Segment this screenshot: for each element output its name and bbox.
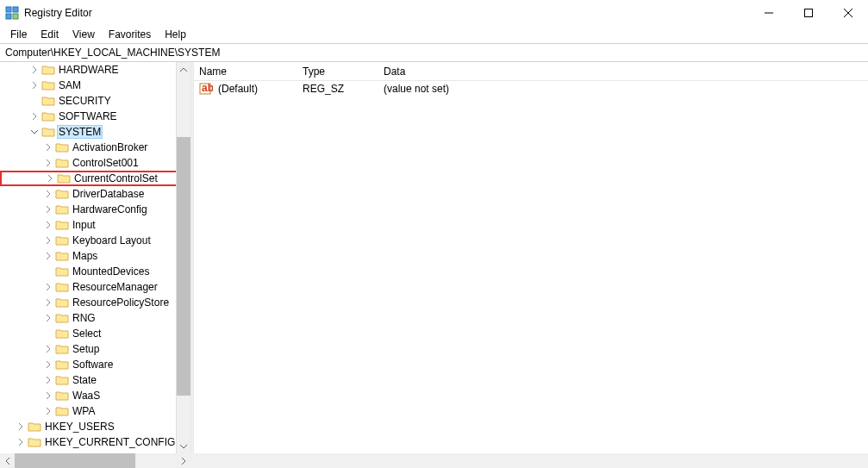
scroll-thumb[interactable] bbox=[15, 453, 135, 468]
column-header-name[interactable]: Name bbox=[194, 62, 297, 80]
menubar: File Edit View Favorites Help bbox=[0, 26, 868, 43]
chevron-right-icon[interactable] bbox=[14, 435, 28, 449]
folder-icon bbox=[55, 296, 69, 309]
scroll-thumb[interactable] bbox=[177, 137, 190, 396]
chevron-right-icon[interactable] bbox=[41, 140, 55, 154]
menu-favorites[interactable]: Favorites bbox=[102, 27, 158, 42]
tree-vertical-scrollbar[interactable] bbox=[176, 62, 190, 453]
tree-label: SOFTWARE bbox=[57, 110, 119, 122]
chevron-right-icon[interactable] bbox=[41, 358, 55, 371]
window-title: Registry Editor bbox=[24, 7, 749, 19]
folder-icon bbox=[55, 327, 69, 340]
titlebar: Registry Editor bbox=[0, 0, 868, 26]
app-icon bbox=[5, 6, 19, 20]
folder-icon bbox=[55, 311, 69, 325]
folder-icon bbox=[28, 420, 41, 434]
chevron-right-icon[interactable] bbox=[41, 296, 55, 309]
tree-item-hkey-current-config[interactable]: HKEY_CURRENT_CONFIG bbox=[0, 434, 190, 450]
tree-item-system[interactable]: SYSTEM bbox=[0, 124, 190, 140]
chevron-right-icon[interactable] bbox=[41, 203, 55, 216]
tree-label: MountedDevices bbox=[71, 265, 151, 278]
chevron-right-icon[interactable] bbox=[41, 373, 55, 387]
tree-item-driverdatabase[interactable]: DriverDatabase bbox=[0, 186, 190, 202]
tree-item-keyboardlayout[interactable]: Keyboard Layout bbox=[0, 233, 190, 248]
menu-edit[interactable]: Edit bbox=[34, 27, 66, 42]
chevron-right-icon[interactable] bbox=[28, 109, 41, 123]
chevron-right-icon[interactable] bbox=[41, 187, 55, 201]
tree-item-resourcepolicystore[interactable]: ResourcePolicyStore bbox=[0, 295, 190, 310]
tree-item-hardwareconfig[interactable]: HardwareConfig bbox=[0, 202, 190, 217]
tree-item-activationbroker[interactable]: ActivationBroker bbox=[0, 140, 190, 155]
tree-item-hardware[interactable]: HARDWARE bbox=[0, 62, 190, 78]
column-label: Name bbox=[199, 66, 227, 78]
menu-help[interactable]: Help bbox=[158, 27, 193, 42]
tree-item-input[interactable]: Input bbox=[0, 217, 190, 233]
tree-item-setup[interactable]: Setup bbox=[0, 341, 190, 357]
folder-icon bbox=[55, 140, 69, 154]
tree-label: Keyboard Layout bbox=[71, 234, 153, 246]
tree-item-software[interactable]: SOFTWARE bbox=[0, 109, 190, 124]
tree-item-select[interactable]: Select bbox=[0, 326, 190, 341]
folder-icon bbox=[55, 249, 69, 263]
chevron-right-icon[interactable] bbox=[41, 311, 55, 325]
scroll-right-button[interactable] bbox=[176, 453, 190, 468]
tree-item-hkey-users[interactable]: HKEY_USERS bbox=[0, 419, 190, 434]
tree-label: DriverDatabase bbox=[71, 188, 146, 200]
scroll-left-button[interactable] bbox=[0, 453, 15, 468]
tree-item-rng[interactable]: RNG bbox=[0, 310, 190, 326]
tree-item-controlset001[interactable]: ControlSet001 bbox=[0, 155, 190, 171]
tree-item-waas[interactable]: WaaS bbox=[0, 388, 190, 403]
tree-label: ActivationBroker bbox=[71, 141, 149, 153]
maximize-button[interactable] bbox=[789, 0, 828, 26]
chevron-right-icon[interactable] bbox=[43, 172, 57, 185]
tree-item-currentcontrolset[interactable]: CurrentControlSet bbox=[0, 171, 190, 186]
expander-placeholder bbox=[41, 327, 55, 340]
scroll-up-button[interactable] bbox=[177, 62, 190, 77]
chevron-right-icon[interactable] bbox=[41, 342, 55, 356]
chevron-right-icon[interactable] bbox=[28, 63, 41, 77]
chevron-right-icon[interactable] bbox=[41, 218, 55, 232]
svg-rect-0 bbox=[6, 7, 11, 12]
tree-item-state[interactable]: State bbox=[0, 372, 190, 388]
list-row[interactable]: ab (Default) REG_SZ (value not set) bbox=[194, 81, 868, 97]
chevron-right-icon[interactable] bbox=[41, 404, 55, 418]
tree[interactable]: HARDWARE SAM SECURITY SOFTWARE bbox=[0, 62, 190, 450]
folder-icon bbox=[55, 358, 69, 371]
folder-icon bbox=[55, 265, 69, 278]
tree-item-mounteddevices[interactable]: MountedDevices bbox=[0, 264, 190, 279]
chevron-right-icon[interactable] bbox=[41, 234, 55, 247]
address-bar[interactable]: Computer\HKEY_LOCAL_MACHINE\SYSTEM bbox=[0, 43, 868, 62]
tree-horizontal-scrollbar[interactable] bbox=[0, 453, 868, 468]
tree-label: HardwareConfig bbox=[71, 203, 149, 215]
tree-item-maps[interactable]: Maps bbox=[0, 248, 190, 264]
folder-icon bbox=[41, 125, 55, 139]
column-header-data[interactable]: Data bbox=[378, 62, 868, 80]
column-header-type[interactable]: Type bbox=[297, 62, 378, 80]
tree-label: Input bbox=[71, 219, 97, 231]
chevron-down-icon[interactable] bbox=[28, 125, 41, 139]
close-button[interactable] bbox=[828, 0, 868, 26]
svg-rect-3 bbox=[13, 14, 18, 19]
chevron-right-icon[interactable] bbox=[28, 78, 41, 92]
scroll-track[interactable] bbox=[15, 453, 176, 468]
folder-icon bbox=[55, 280, 69, 294]
tree-item-resourcemanager[interactable]: ResourceManager bbox=[0, 279, 190, 295]
chevron-right-icon[interactable] bbox=[41, 156, 55, 170]
tree-label: RNG bbox=[71, 312, 97, 324]
tree-item-security[interactable]: SECURITY bbox=[0, 93, 190, 109]
tree-item-sam[interactable]: SAM bbox=[0, 78, 190, 93]
tree-label: Software bbox=[71, 359, 115, 371]
chevron-right-icon[interactable] bbox=[14, 420, 28, 434]
chevron-right-icon[interactable] bbox=[41, 280, 55, 294]
chevron-right-icon[interactable] bbox=[41, 249, 55, 263]
tree-item-wpa[interactable]: WPA bbox=[0, 403, 190, 419]
chevron-right-icon[interactable] bbox=[41, 389, 55, 402]
minimize-button[interactable] bbox=[749, 0, 789, 26]
menu-file[interactable]: File bbox=[3, 27, 34, 42]
scroll-track[interactable] bbox=[177, 77, 190, 439]
folder-icon bbox=[28, 435, 41, 449]
address-text: Computer\HKEY_LOCAL_MACHINE\SYSTEM bbox=[5, 47, 220, 59]
menu-view[interactable]: View bbox=[66, 27, 102, 42]
tree-item-software2[interactable]: Software bbox=[0, 357, 190, 372]
scroll-down-button[interactable] bbox=[177, 439, 190, 453]
